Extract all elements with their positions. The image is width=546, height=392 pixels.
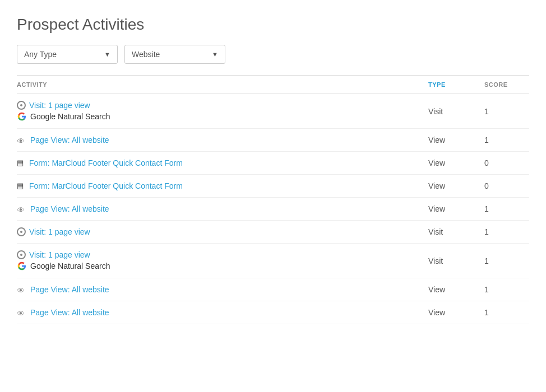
score-cell: 1 bbox=[484, 107, 529, 116]
activity-secondary-line: Google Natural Search bbox=[17, 261, 428, 271]
activity-cell: Page View: All website bbox=[17, 136, 428, 144]
activity-link[interactable]: Visit: 1 page view bbox=[29, 101, 90, 110]
activity-link[interactable]: Visit: 1 page view bbox=[29, 227, 90, 236]
type-cell: Visit bbox=[428, 256, 484, 265]
type-cell: View bbox=[428, 136, 484, 144]
activity-cell: Page View: All website bbox=[17, 285, 428, 294]
col-header-type: TYPE bbox=[428, 81, 484, 88]
score-cell: 1 bbox=[484, 285, 529, 294]
type-filter[interactable]: Any Type ▼ bbox=[17, 45, 118, 64]
activity-primary-line: ▤ Form: MarCloud Footer Quick Contact Fo… bbox=[17, 181, 428, 190]
activity-primary-line: Page View: All website bbox=[17, 285, 428, 294]
visit-icon bbox=[17, 227, 26, 236]
score-cell: 1 bbox=[484, 227, 529, 236]
activity-link[interactable]: Page View: All website bbox=[30, 204, 109, 213]
form-icon: ▤ bbox=[17, 158, 26, 167]
activity-primary-line: Visit: 1 page view bbox=[17, 250, 428, 259]
activity-link[interactable]: Page View: All website bbox=[30, 308, 109, 317]
activity-cell: Visit: 1 page view Google Natural Search bbox=[17, 250, 428, 271]
filters-bar: Any Type ▼ Website ▼ bbox=[17, 45, 529, 64]
score-cell: 1 bbox=[484, 136, 529, 144]
source-filter[interactable]: Website ▼ bbox=[124, 45, 225, 64]
score-cell: 0 bbox=[484, 181, 529, 190]
type-cell: View bbox=[428, 285, 484, 294]
col-header-score: SCORE bbox=[484, 81, 529, 88]
table-row: ▤ Form: MarCloud Footer Quick Contact Fo… bbox=[17, 175, 529, 198]
visit-icon bbox=[17, 101, 26, 110]
google-icon bbox=[17, 111, 27, 122]
activity-link[interactable]: Visit: 1 page view bbox=[29, 250, 90, 259]
score-cell: 1 bbox=[484, 204, 529, 213]
activity-cell: Page View: All website bbox=[17, 308, 428, 317]
table-row: Page View: All website View 1 bbox=[17, 198, 529, 221]
type-cell: View bbox=[428, 204, 484, 213]
table-row: Page View: All website View 1 bbox=[17, 301, 529, 324]
source-filter-arrow-icon: ▼ bbox=[212, 51, 218, 58]
source-filter-label: Website bbox=[132, 50, 160, 59]
eye-icon bbox=[17, 206, 27, 212]
table-header: ACTIVITY TYPE SCORE bbox=[17, 76, 529, 94]
activity-link[interactable]: Form: MarCloud Footer Quick Contact Form bbox=[29, 158, 183, 167]
table-body: Visit: 1 page view Google Natural Search… bbox=[17, 94, 529, 324]
score-cell: 1 bbox=[484, 256, 529, 265]
eye-icon bbox=[17, 309, 27, 316]
activity-secondary-line: Google Natural Search bbox=[17, 111, 428, 122]
table-row: Visit: 1 page view Google Natural Search… bbox=[17, 244, 529, 278]
activity-cell: Visit: 1 page view bbox=[17, 227, 428, 236]
type-cell: View bbox=[428, 308, 484, 317]
activity-link[interactable]: Page View: All website bbox=[30, 136, 109, 144]
type-filter-label: Any Type bbox=[24, 50, 57, 59]
activity-primary-line: Page View: All website bbox=[17, 136, 428, 144]
score-cell: 1 bbox=[484, 308, 529, 317]
type-filter-arrow-icon: ▼ bbox=[104, 51, 110, 58]
activity-primary-line: Page View: All website bbox=[17, 308, 428, 317]
google-icon bbox=[17, 261, 27, 271]
activity-link[interactable]: Page View: All website bbox=[30, 285, 109, 294]
col-header-activity: ACTIVITY bbox=[17, 81, 428, 88]
visit-icon bbox=[17, 250, 26, 259]
activity-cell: ▤ Form: MarCloud Footer Quick Contact Fo… bbox=[17, 158, 428, 167]
type-cell: Visit bbox=[428, 227, 484, 236]
table-row: Visit: 1 page view Visit 1 bbox=[17, 221, 529, 244]
type-cell: View bbox=[428, 158, 484, 167]
table-row: Visit: 1 page view Google Natural Search… bbox=[17, 94, 529, 129]
table-row: Page View: All website View 1 bbox=[17, 129, 529, 152]
type-cell: View bbox=[428, 181, 484, 190]
activity-cell: ▤ Form: MarCloud Footer Quick Contact Fo… bbox=[17, 181, 428, 190]
activity-cell: Visit: 1 page view Google Natural Search bbox=[17, 101, 428, 122]
eye-icon bbox=[17, 137, 27, 143]
table-row: ▤ Form: MarCloud Footer Quick Contact Fo… bbox=[17, 152, 529, 175]
activity-secondary-text: Google Natural Search bbox=[30, 262, 110, 270]
activity-primary-line: Visit: 1 page view bbox=[17, 227, 428, 236]
activities-table: ACTIVITY TYPE SCORE Visit: 1 page view G… bbox=[17, 75, 529, 324]
activity-cell: Page View: All website bbox=[17, 204, 428, 213]
activity-secondary-text: Google Natural Search bbox=[30, 112, 110, 121]
activity-primary-line: Page View: All website bbox=[17, 204, 428, 213]
activity-primary-line: ▤ Form: MarCloud Footer Quick Contact Fo… bbox=[17, 158, 428, 167]
eye-icon bbox=[17, 286, 27, 293]
form-icon: ▤ bbox=[17, 181, 26, 190]
table-row: Page View: All website View 1 bbox=[17, 278, 529, 301]
activity-link[interactable]: Form: MarCloud Footer Quick Contact Form bbox=[29, 181, 183, 190]
page-title: Prospect Activities bbox=[17, 16, 529, 34]
activity-primary-line: Visit: 1 page view bbox=[17, 101, 428, 110]
type-cell: Visit bbox=[428, 107, 484, 116]
score-cell: 0 bbox=[484, 158, 529, 167]
